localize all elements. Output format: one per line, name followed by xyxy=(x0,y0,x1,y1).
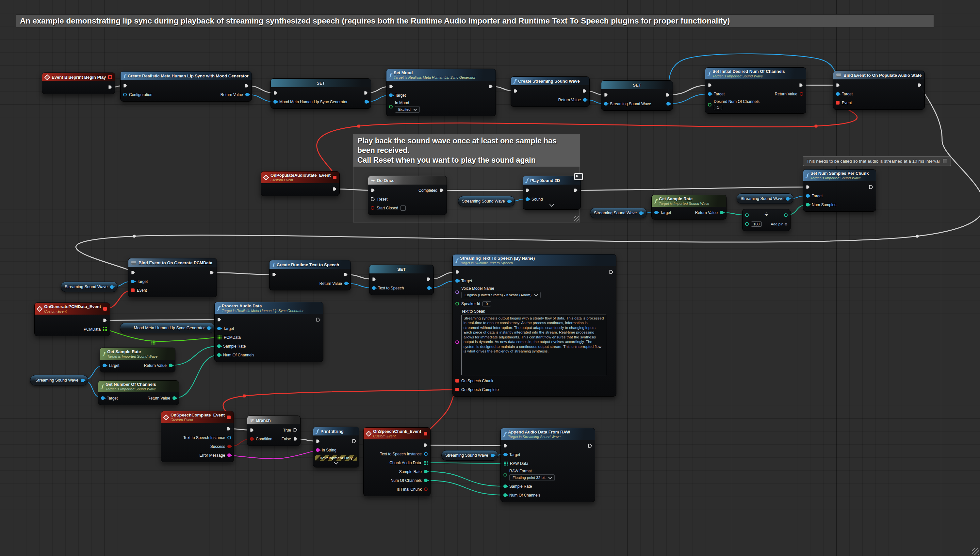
reroute-node[interactable] xyxy=(916,235,919,238)
return-value-pin[interactable] xyxy=(173,396,176,400)
mood-meta-human-lip-sync-generator-pin[interactable] xyxy=(273,100,277,103)
value-input[interactable]: 0 xyxy=(483,301,491,306)
start-closed-pin[interactable] xyxy=(371,206,375,210)
delegate-pin[interactable] xyxy=(103,307,107,311)
node-ongeneratepcmdata-event[interactable]: OnGeneratePCMData_EventCustom EventPCMDa… xyxy=(34,302,110,336)
exec-pin[interactable] xyxy=(273,91,278,95)
node-get-sample-rate[interactable]: ƒGet Sample RateTarget is Imported Sound… xyxy=(651,195,727,220)
wire-real[interactable] xyxy=(426,463,506,464)
target-pin[interactable] xyxy=(389,94,393,97)
variable-output-pin[interactable] xyxy=(786,197,789,200)
text-to-speech-instance-pin[interactable] xyxy=(228,436,231,440)
exec-pin[interactable] xyxy=(836,83,840,87)
exec-pin[interactable] xyxy=(389,84,393,89)
node-create-realistic-meta-human-lip-sync-with-mood-generator[interactable]: ƒCreate Realistic Meta Human Lip Sync wi… xyxy=(120,71,252,102)
node-create-runtime-text-to-speech[interactable]: ƒCreate Runtime Text to SpeechReturn Val… xyxy=(269,260,351,291)
variable-pill-streaming-sound-wave[interactable]: Streaming Sound Wave xyxy=(458,196,515,207)
on-speech-complete-pin[interactable] xyxy=(455,388,459,391)
return-value-pin[interactable] xyxy=(344,281,348,285)
exec-pin[interactable] xyxy=(372,277,376,281)
dropdown-english-united-states-kokoro-adam[interactable]: English (United States) - Kokoro (Adam) xyxy=(461,292,541,298)
wire-red[interactable] xyxy=(223,390,457,417)
variable-output-pin[interactable] xyxy=(491,454,494,457)
node-set[interactable]: SETText to Speech xyxy=(369,265,434,295)
text-to-speak-input[interactable]: Streaming synthesis output begins with a… xyxy=(461,315,606,375)
wire-magenta[interactable] xyxy=(229,450,318,459)
node-header[interactable]: OnSpeechComplete_EventCustom Event xyxy=(161,411,234,423)
node-header[interactable]: ƒAppend Audio Data From RAWTarget is Str… xyxy=(501,428,595,440)
exec-pin[interactable] xyxy=(918,83,922,87)
exec-pin[interactable] xyxy=(526,188,530,192)
exec-pin[interactable] xyxy=(333,187,337,191)
node-header[interactable]: ƒSet Num Samples Per ChunkTarget is Impo… xyxy=(803,170,876,181)
variable-pill-streaming-sound-wave[interactable]: Streaming Sound Wave xyxy=(30,375,88,385)
node-header[interactable]: ⇄Branch xyxy=(247,416,300,424)
exec-pin[interactable] xyxy=(423,443,428,447)
node-set[interactable]: SETMood Meta Human Lip Sync Generator xyxy=(270,78,371,109)
reroute-node[interactable] xyxy=(151,340,153,342)
node-header[interactable]: OnGeneratePCMData_EventCustom Event xyxy=(35,303,110,315)
exec-pin[interactable] xyxy=(574,188,578,192)
node-header[interactable]: OnSpeechChunk_EventCustom Event xyxy=(363,428,430,440)
node-print-string[interactable]: ƒPrint StringIn StringDevelopment Only xyxy=(313,427,359,467)
event-pin[interactable] xyxy=(836,101,840,105)
node-header[interactable]: SET xyxy=(271,79,371,87)
event-pin[interactable] xyxy=(131,288,135,292)
exec-pin[interactable] xyxy=(666,93,670,97)
error-message-pin[interactable] xyxy=(228,453,231,457)
delegate-pin[interactable] xyxy=(424,432,427,435)
target-pin[interactable] xyxy=(504,453,507,456)
exec-pin[interactable] xyxy=(108,85,112,89)
wire-exec[interactable] xyxy=(426,445,506,446)
node-bind-event-to-on-generate-pcmdata[interactable]: Bind Event to On Generate PCMDataTargetE… xyxy=(128,258,217,297)
node-set-initial-desired-num-of-channels[interactable]: ƒSet Initial Desired Num Of ChannelsTarg… xyxy=(705,67,806,114)
reroute-node[interactable] xyxy=(243,394,246,398)
exec-pin[interactable] xyxy=(806,185,810,189)
node-onspeechcomplete-event[interactable]: OnSpeechComplete_EventCustom EventText t… xyxy=(161,411,234,462)
variable-pill-streaming-sound-wave[interactable]: Streaming Sound Wave xyxy=(61,281,118,292)
exec-pin[interactable] xyxy=(588,444,592,448)
variable-output-pin[interactable] xyxy=(110,285,114,289)
exec-pin[interactable] xyxy=(869,185,873,189)
exec-pin[interactable] xyxy=(604,93,608,97)
node-header[interactable]: ƒStreaming Text To Speech (By Name)Targe… xyxy=(453,254,616,266)
return-value-pin[interactable] xyxy=(720,211,723,214)
node-header[interactable]: SET xyxy=(370,265,433,273)
exec-pin[interactable] xyxy=(364,91,368,95)
exec-pin[interactable] xyxy=(583,89,587,93)
wire-object[interactable] xyxy=(668,94,710,104)
desired-num-of-channels-pin[interactable] xyxy=(708,103,712,107)
raw-format-pin[interactable] xyxy=(504,473,507,477)
node-append-audio-data-from-raw[interactable]: ƒAppend Audio Data From RAWTarget is Str… xyxy=(500,428,595,502)
chunk-audio-data-pin[interactable] xyxy=(423,461,428,465)
return-value-pin[interactable] xyxy=(583,98,587,102)
text-to-speak-pin[interactable] xyxy=(455,340,459,344)
checkbox[interactable] xyxy=(400,205,406,211)
target-pin[interactable] xyxy=(654,211,658,214)
return-value-pin[interactable] xyxy=(169,364,173,367)
sample-rate-pin[interactable] xyxy=(424,470,428,474)
sample-rate-pin[interactable] xyxy=(504,485,507,488)
text-to-speech-pin[interactable] xyxy=(372,286,376,290)
reroute-node[interactable] xyxy=(133,235,136,238)
return-value-pin[interactable] xyxy=(800,92,803,96)
exec-pin[interactable] xyxy=(513,89,518,93)
node-header[interactable]: ƒSet Initial Desired Num Of ChannelsTarg… xyxy=(705,68,806,79)
wire-real[interactable] xyxy=(426,472,505,486)
variable-pill-mood-meta-human-lip-sync-generator[interactable]: Mood Meta Human Lip Sync Generator xyxy=(120,323,215,333)
variable-output-pin[interactable] xyxy=(507,200,511,203)
node-header[interactable]: ƒGet Sample RateTarget is Imported Sound… xyxy=(652,195,726,207)
obj-pin[interactable] xyxy=(365,100,368,103)
raw-data-pin[interactable] xyxy=(504,461,508,465)
text-to-speech-instance-pin[interactable] xyxy=(424,452,428,456)
node-header[interactable]: ƒSet MoodTarget is Realistic Meta Human … xyxy=(386,69,496,81)
dropdown-excited[interactable]: Excited xyxy=(395,106,420,113)
node-divide[interactable]: 100Add pin ⊕÷ xyxy=(742,209,791,231)
exec-pin[interactable] xyxy=(250,428,254,432)
exec-pin[interactable] xyxy=(103,318,107,322)
wire-real[interactable] xyxy=(171,346,219,365)
exec-pin[interactable] xyxy=(272,272,276,277)
speaker-id-pin[interactable] xyxy=(455,302,459,305)
value-input[interactable]: 100 xyxy=(751,221,762,227)
target-pin[interactable] xyxy=(708,92,712,96)
